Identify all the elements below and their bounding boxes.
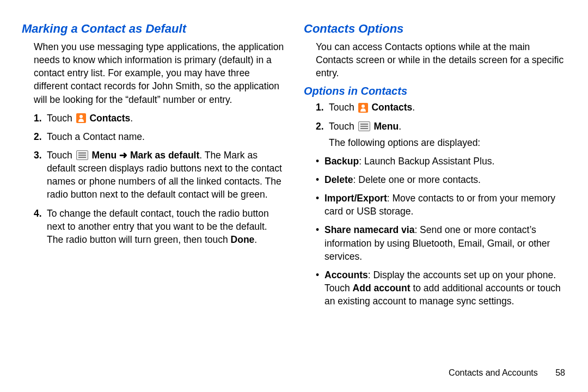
menu-label: Menu (91, 150, 117, 161)
step-end: . (412, 102, 415, 113)
option-key: Backup (324, 156, 359, 167)
right-column: Contacts Options You can access Contacts… (304, 22, 566, 376)
step-number: 4. (34, 207, 42, 220)
step-text: Touch (47, 150, 75, 161)
heading-options-in-contacts: Options in Contacts (304, 85, 566, 97)
option-key: Delete (324, 174, 353, 185)
step-2: 2. Touch a Contact name. (34, 130, 284, 143)
mark-as-default-label: Mark as default (130, 150, 199, 161)
steps-right: 1. Touch Contacts. 2. Touch Menu. The fo… (304, 101, 566, 149)
add-account-label: Add account (353, 283, 411, 293)
intro-left: When you use messaging type applications… (22, 40, 284, 106)
step-follow: The following options are displayed: (329, 137, 480, 148)
heading-contacts-options: Contacts Options (304, 22, 566, 36)
step-1: 1. Touch Contacts. (316, 101, 566, 114)
step-number: 3. (34, 149, 42, 162)
step-text: Touch a Contact name. (47, 131, 145, 142)
left-column: Marking a Contact as Default When you us… (22, 22, 284, 376)
step-number: 1. (316, 101, 324, 114)
svg-point-0 (79, 115, 83, 118)
steps-left: 1. Touch Contacts. 2. Touch a Contact na… (22, 112, 284, 246)
step-3: 3. Touch Menu ➜ Mark as default. The Mar… (34, 149, 284, 201)
contacts-icon (358, 103, 368, 113)
step-number: 2. (316, 120, 324, 133)
menu-icon (76, 150, 88, 160)
step-4: 4. To change the default contact, touch … (34, 207, 284, 246)
footer-section: Contacts and Accounts (449, 368, 538, 377)
list-item: Delete: Delete one or more contacts. (316, 173, 566, 186)
list-item: Backup: Launch Backup Assistant Plus. (316, 155, 566, 168)
intro-right: You can access Contacts options while at… (304, 40, 566, 79)
contacts-label: Contacts (89, 113, 130, 124)
step-end: . (254, 234, 257, 245)
step-end: . (399, 121, 401, 132)
svg-point-1 (362, 105, 365, 108)
contacts-label: Contacts (371, 102, 412, 113)
step-number: 2. (34, 130, 42, 143)
step-1: 1. Touch Contacts. (34, 112, 284, 125)
list-item: Accounts: Display the accounts set up on… (316, 268, 566, 308)
option-key: Import/Export (324, 193, 387, 204)
arrow: ➜ (117, 150, 130, 161)
step-text: Touch (329, 121, 357, 132)
step-2: 2. Touch Menu. The following options are… (316, 120, 566, 149)
contacts-icon (76, 113, 86, 123)
page-number: 58 (555, 368, 565, 378)
step-end: . (130, 113, 133, 124)
heading-marking-default: Marking a Contact as Default (22, 22, 284, 36)
option-key: Accounts (324, 270, 368, 280)
menu-icon (358, 121, 370, 131)
list-item: Share namecard via: Send one or more con… (316, 223, 566, 262)
option-val: : Launch Backup Assistant Plus. (359, 156, 494, 167)
option-key: Share namecard via (324, 224, 414, 235)
list-item: Import/Export: Move contacts to or from … (316, 192, 566, 218)
step-number: 1. (34, 112, 42, 125)
step-text: Touch (329, 102, 357, 113)
page-footer: Contacts and Accounts 58 (449, 368, 565, 378)
step-text: Touch (47, 113, 75, 124)
page: Marking a Contact as Default When you us… (0, 0, 588, 392)
options-list: Backup: Launch Backup Assistant Plus. De… (304, 155, 566, 308)
done-label: Done (231, 234, 255, 245)
menu-label: Menu (373, 121, 399, 132)
option-val: : Delete one or more contacts. (353, 174, 481, 185)
